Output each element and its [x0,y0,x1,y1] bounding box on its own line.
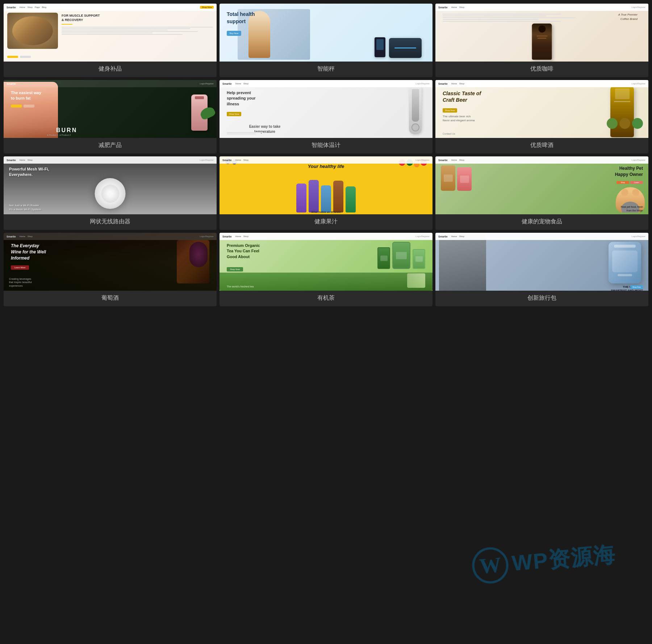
card-premium-coffee[interactable]: Smartie Home Shop Login/Register A True … [435,4,648,77]
card-image-2: Total healthsupport Buy Now [220,4,432,62]
card-image-11: Smartie Home Shop Login/Register Premium… [220,233,432,291]
card-craft-beer[interactable]: Smartie Home Shop Login/Register Classic… [435,80,648,153]
hero-text-7: Powerful Mesh Wi-Fi,Everywhere. [9,167,49,178]
card-mesh-router[interactable]: Smartie Home Shop Login/Register Powerfu… [4,156,217,230]
hero-text-8: Your healthy life [308,164,344,169]
card-wine[interactable]: Smartie Home Shop Login/Register The Eve… [4,233,217,306]
card-image-5: Smartie Home Shop Login/Register Help pr… [220,80,432,138]
mock-logo-1: Smartie [7,6,16,9]
card-smart-scale[interactable]: Total healthsupport Buy Now 智能秤 [220,4,432,77]
watermark-overlay: W WP资源海 [471,536,617,585]
card-label-8: 健康果汁 [220,214,432,230]
card-fitness-supplement[interactable]: Smartie Home Shop Page Blog Shop Now FOR… [4,4,217,77]
hero-text-4: The easiest wayto burn fat [11,90,41,101]
hero-text-3: A True PremierCoffee Brand [618,13,638,21]
card-label-2: 智能秤 [220,62,432,77]
card-label-10: 葡萄酒 [4,291,217,306]
hero-text-5: Help preventspreading yourillness [227,90,285,107]
card-label-1: 健身补品 [4,62,217,77]
card-label-9: 健康的宠物食品 [435,214,648,230]
card-thermometer[interactable]: Smartie Home Shop Login/Register Help pr… [220,80,432,153]
card-image-7: Smartie Home Shop Login/Register Powerfu… [4,156,217,214]
watermark-text: WP资源海 [511,540,617,578]
card-image-8: Smartie Home Shop Login/Register Your he… [220,156,432,214]
hero-text-1: FOR MUSCLE SUPPORT& RECOVERY [62,14,213,22]
sub-text-9: Real pet food, freshfrom the fridge [621,205,643,212]
card-image-4: Smartie Home Shop Login/Register The eas… [4,80,217,138]
card-image-9: Smartie Home Shop Login/Register Healthy… [435,156,648,214]
product-name-4: BURN [56,127,77,134]
card-label-5: 智能体温计 [220,138,432,153]
card-image-3: Smartie Home Shop Login/Register A True … [435,4,648,62]
card-label-6: 优质啤酒 [435,138,648,153]
card-weight-loss[interactable]: Smartie Home Shop Login/Register The eas… [4,80,217,153]
product-grid: Smartie Home Shop Page Blog Shop Now FOR… [0,0,652,310]
card-organic-tea[interactable]: Smartie Home Shop Login/Register Premium… [220,233,432,306]
card-label-12: 创新旅行包 [435,291,648,306]
hero-text-2: Total healthsupport [227,11,255,25]
card-label-11: 有机茶 [220,291,432,306]
card-label-4: 减肥产品 [4,138,217,153]
card-label-3: 优质咖啡 [435,62,648,77]
sub-text-7: Not Just a Wi-Fi RouterIt's a Mesh Wi-Fi… [9,203,41,211]
hero-text-11: Premium OrganicTea You Can FeelGood Abou… [227,243,260,260]
card-image-10: Smartie Home Shop Login/Register The Eve… [4,233,217,291]
hero-text-10: The EverydayWine for the WellInformed [11,243,46,261]
hero-text-6: Classic Taste ofCraft Beer [443,90,481,103]
card-label-7: 网状无线路由器 [4,214,217,230]
card-image-6: Smartie Home Shop Login/Register Classic… [435,80,648,138]
sub-text-6: The ultimate beer richflavor and elegant… [443,114,493,122]
card-pet-food[interactable]: Smartie Home Shop Login/Register Healthy… [435,156,648,230]
card-image-12: Smartie Home Shop Login/Register THE WOR… [435,233,648,291]
hero-text-9: Healthy PetHappy Owner [615,165,643,178]
card-image-1: Smartie Home Shop Page Blog Shop Now FOR… [4,4,217,62]
wp-logo-icon: W [471,546,510,585]
card-travel-bag[interactable]: Smartie Home Shop Login/Register THE WOR… [435,233,648,306]
sub-text-8: What makes us different [312,211,341,213]
sub-text-11: The world's freshest tea [227,285,254,288]
card-healthy-juice[interactable]: Smartie Home Shop Login/Register Your he… [220,156,432,230]
